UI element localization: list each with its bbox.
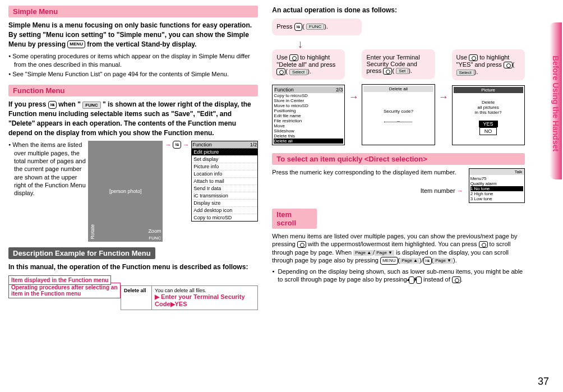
func-item: Edit picture <box>192 148 257 155</box>
confirm-panel: Picture Delete all pictures in this fold… <box>452 85 525 145</box>
nav-key-icon <box>297 241 306 248</box>
zoom-label: Zoom <box>148 228 161 234</box>
func-item: Display size <box>192 199 257 206</box>
down-key-icon: ▼ <box>416 276 422 283</box>
nav-key-icon <box>479 241 488 248</box>
desc-col-delete-all: Delete all <box>121 286 152 310</box>
page-up-icon: Page ▲ <box>400 258 419 264</box>
security-code-panel: Delete all Security code? _ <box>362 84 435 145</box>
ia-button-icon: i⍺ <box>48 101 57 109</box>
item-scroll-text: When menu items are listed over multiple… <box>272 232 524 265</box>
down-arrow-icon: ↓ <box>297 38 524 49</box>
direct-selection-header: To select an item quickly <Direct select… <box>272 153 524 165</box>
desc-example-intro: In this manual, the operation of the Fun… <box>8 262 258 272</box>
step-enter-code: Enter your Terminal Security Code and pr… <box>362 49 435 79</box>
arrow-icon: → <box>348 49 358 145</box>
arrow-icon: → <box>165 141 171 148</box>
actual-operation-header: An actual operation is done as follows: <box>272 6 524 15</box>
select-label-icon: Select <box>289 69 307 75</box>
select-label-icon: Select <box>456 70 474 76</box>
center-key-icon <box>504 62 513 68</box>
desc-col2-text: You can delete all files. <box>155 288 255 293</box>
function-menu-intro: If you press i⍺ when " FUNC " is shown a… <box>8 100 258 137</box>
ia-button-icon: i⍺ <box>173 141 181 149</box>
nav-key-icon <box>469 54 478 61</box>
func-item: Location info <box>192 170 257 177</box>
nav-key-icon <box>452 276 461 283</box>
set-label-icon: Set <box>396 68 408 74</box>
label-operating-procedures: Operating procedures after selecting an … <box>8 283 121 298</box>
arrow-icon: → <box>183 141 189 148</box>
nav-key-icon <box>289 54 298 61</box>
yes-option: YES <box>479 121 498 127</box>
no-option: NO <box>479 127 497 135</box>
page-up-icon: Page ▲ <box>353 250 373 256</box>
ia-button-icon: i⍺ <box>423 257 432 265</box>
desc-example-header: Description Example for Function Menu <box>8 247 155 259</box>
function-panel-2: Function 2/3 Copy to microSD Store in Ce… <box>272 85 345 145</box>
label-item-displayed: Item displayed in the Function menu <box>8 275 111 285</box>
direct-selection-text: Press the numeric key corresponding to t… <box>272 168 463 176</box>
item-scroll-bullet: Depending on the display being shown, su… <box>272 268 524 284</box>
item-scroll-header: Item scroll <box>272 209 317 229</box>
func-label-icon: FUNC <box>306 24 324 30</box>
step-highlight-delete: Use to highlight "Delete all" and press … <box>272 49 345 80</box>
step-confirm-yes: Use to highlight "YES" and press ( Selec… <box>452 49 525 80</box>
page-down-icon: Page ▼ <box>375 250 394 256</box>
step-press: Press i⍺( FUNC). <box>272 19 362 35</box>
menu-button-icon: MENU <box>67 40 85 48</box>
function-menu-panel: Function 1/2 Edit picture Set display Pi… <box>191 141 258 222</box>
left-column: Simple Menu Simple Menu is a menu focusi… <box>8 6 266 386</box>
arrow-icon: → <box>439 49 449 145</box>
func-item: Picture info <box>192 163 257 170</box>
func-item: iC transmission <box>192 192 257 199</box>
desc-col2-steps: ▶ Enter your Terminal Security Code▶YES <box>155 293 255 308</box>
right-column: An actual operation is done as follows: … <box>266 6 524 386</box>
function-menu-header: Function Menu <box>8 85 258 96</box>
func-label-icon: FUNC <box>82 102 100 109</box>
page-number: 37 <box>538 376 549 388</box>
simple-menu-bullet-2: See "Simple Menu Function List" on page … <box>8 70 258 78</box>
item-number-label: Item number → <box>272 187 463 194</box>
simple-menu-header: Simple Menu <box>8 6 258 17</box>
center-key-icon <box>383 68 392 75</box>
func-panel-title: Function <box>192 142 212 147</box>
talk-menu-panel: Talk Menu75 Quality alarm 1 No tone 2 Hi… <box>469 168 525 203</box>
side-tab: Before Using the Handset <box>550 22 562 179</box>
simple-menu-intro: Simple Menu is a menu focusing on only b… <box>8 21 258 49</box>
center-key-icon <box>276 68 285 75</box>
func-item: Send Ir data <box>192 185 257 192</box>
photo-preview-placeholder: [person photo] Rotate Zoom FUNC <box>88 141 163 242</box>
rotate-label: Rotate <box>90 224 95 239</box>
func-item: Add desktop icon <box>192 206 257 214</box>
page-down-icon: Page ▼ <box>433 258 453 264</box>
func-item: Copy to microSD <box>192 214 257 221</box>
function-menu-bullet-1: When the items are listed over multiple … <box>8 141 86 197</box>
func-item: Attach to mail <box>192 177 257 185</box>
simple-menu-bullet-1: Some operating procedures or items which… <box>8 52 258 68</box>
ia-button-icon: i⍺ <box>294 23 303 31</box>
func-panel-page: 1/2 <box>250 142 257 147</box>
func-item: Set display <box>192 155 257 163</box>
func-label: FUNC <box>149 236 161 241</box>
menu-button-icon: MENU <box>380 257 398 265</box>
